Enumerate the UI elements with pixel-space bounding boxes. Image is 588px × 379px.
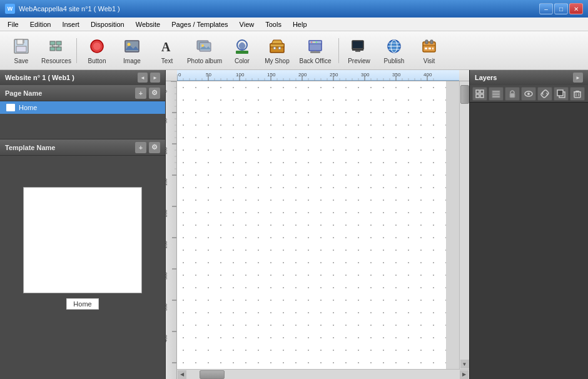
svg-rect-135 (476, 90, 479, 93)
right-panel: Layers ► (469, 70, 588, 379)
button-tool-button[interactable]: Button (81, 34, 113, 68)
svg-text:150: 150 (267, 72, 276, 78)
svg-rect-49 (428, 48, 431, 49)
menu-website[interactable]: Website (131, 19, 166, 29)
resources-button[interactable]: Resources (40, 34, 73, 68)
template-settings-button[interactable]: ⚙ (149, 142, 160, 153)
menu-edition[interactable]: Edition (25, 19, 56, 29)
menu-view[interactable]: View (235, 19, 260, 29)
page-item-home[interactable]: Home (0, 101, 165, 114)
svg-rect-102 (166, 81, 177, 379)
page-settings-button[interactable]: ⚙ (149, 88, 160, 99)
left-panel-collapse[interactable]: ◄ (138, 73, 148, 83)
menu-insert[interactable]: Insert (57, 19, 84, 29)
save-button[interactable]: Save (5, 34, 38, 68)
menu-file[interactable]: File (3, 19, 24, 29)
ruler-vertical: 0 50 100 150 200 250 300 350 400 (166, 81, 177, 379)
publish-button[interactable]: Publish (378, 34, 410, 68)
vertical-scrollbar[interactable]: ▼ (459, 81, 469, 369)
template-name-section: Template Name + ⚙ (0, 139, 165, 156)
svg-rect-3 (23, 40, 24, 43)
svg-rect-48 (425, 48, 427, 49)
svg-rect-37 (352, 49, 363, 51)
left-panel: Website n° 1 ( Web1 ) ◄ ► Page Name + ⚙ … (0, 70, 166, 379)
resources-icon (46, 36, 66, 56)
svg-text:200: 200 (166, 210, 168, 217)
svg-rect-146 (557, 90, 563, 96)
visit-icon (419, 36, 439, 56)
minimize-button[interactable]: – (539, 3, 553, 14)
layers-stack-button[interactable] (489, 87, 504, 101)
layers-collapse[interactable]: ► (573, 73, 583, 83)
text-button[interactable]: A Text (151, 34, 183, 68)
toolbar-separator-1 (76, 38, 77, 63)
left-panel-expand[interactable]: ► (150, 73, 160, 83)
menu-tools[interactable]: Tools (260, 19, 286, 29)
svg-rect-5 (56, 41, 61, 45)
svg-text:100: 100 (236, 72, 245, 78)
window-title: WebAcappella4 site n°1 ( Web1 ) (19, 5, 120, 13)
menu-pages-templates[interactable]: Pages / Templates (166, 19, 233, 29)
home-icon (6, 104, 15, 111)
h-scroll-right[interactable]: ▶ (460, 370, 469, 379)
svg-rect-136 (480, 90, 484, 93)
preview-area: Home (0, 181, 165, 379)
layers-lock-button[interactable] (505, 87, 520, 101)
horizontal-scrollbar[interactable]: ◀ ▶ (177, 369, 469, 379)
image-button[interactable]: Image (116, 34, 148, 68)
maximize-button[interactable]: □ (554, 3, 568, 14)
page-name-label: Page Name (5, 89, 42, 97)
photo-album-icon (195, 36, 215, 56)
color-icon (232, 36, 252, 56)
svg-marker-25 (271, 40, 283, 44)
image-icon (122, 36, 142, 56)
menu-bar: File Edition Insert Disposition Website … (0, 18, 588, 31)
svg-point-27 (278, 47, 281, 49)
ruler-h-ticks: 0 50 100 150 200 250 300 350 400 (177, 70, 459, 81)
h-scroll-left[interactable]: ◀ (178, 370, 186, 379)
svg-rect-45 (425, 40, 428, 44)
svg-rect-141 (492, 96, 500, 98)
layers-header: Layers ► (470, 70, 588, 85)
preview-button[interactable]: Preview (343, 34, 375, 68)
add-page-button[interactable]: + (135, 88, 146, 99)
canvas-container: 0 50 100 150 200 250 300 350 400 (166, 81, 469, 379)
layers-link-button[interactable] (537, 87, 552, 101)
svg-text:150: 150 (166, 178, 168, 186)
page-name-section: Page Name + ⚙ (0, 85, 165, 101)
svg-rect-147 (574, 92, 580, 98)
toolbar-separator-2 (338, 38, 339, 63)
v-scrollbar-thumb[interactable] (460, 85, 469, 104)
visit-button[interactable]: Visit (413, 34, 445, 68)
svg-rect-36 (353, 41, 363, 48)
svg-text:0: 0 (166, 90, 168, 93)
menu-disposition[interactable]: Disposition (86, 19, 129, 29)
add-template-button[interactable]: + (135, 142, 146, 153)
svg-text:A: A (161, 40, 171, 54)
page-list: Home (0, 101, 165, 139)
layers-copy-button[interactable] (554, 87, 569, 101)
svg-rect-24 (270, 44, 284, 47)
svg-rect-1 (17, 39, 23, 44)
v-scroll-down[interactable]: ▼ (460, 360, 469, 368)
color-button[interactable]: Color (226, 34, 258, 68)
layers-trash-button[interactable] (570, 87, 585, 101)
my-shop-button[interactable]: My Shop (261, 34, 293, 68)
back-office-button[interactable]: Back Office (296, 34, 335, 68)
menu-help[interactable]: Help (288, 19, 312, 29)
svg-rect-142 (510, 93, 515, 98)
save-icon (11, 36, 31, 56)
layers-title: Layers (475, 74, 497, 81)
text-icon: A (157, 36, 177, 56)
svg-rect-149 (575, 91, 579, 92)
photo-album-button[interactable]: Photo album (186, 34, 223, 68)
layers-eye-button[interactable] (521, 87, 536, 101)
close-button[interactable]: ✕ (569, 3, 583, 14)
ruler-horizontal: 0 50 100 150 200 250 300 350 400 (166, 70, 469, 81)
layers-grid-button[interactable] (472, 87, 487, 101)
publish-icon (384, 36, 404, 56)
h-scrollbar-thumb[interactable] (200, 370, 225, 379)
drawing-canvas[interactable] (177, 81, 459, 369)
svg-text:400: 400 (166, 335, 168, 342)
svg-rect-138 (480, 94, 484, 98)
